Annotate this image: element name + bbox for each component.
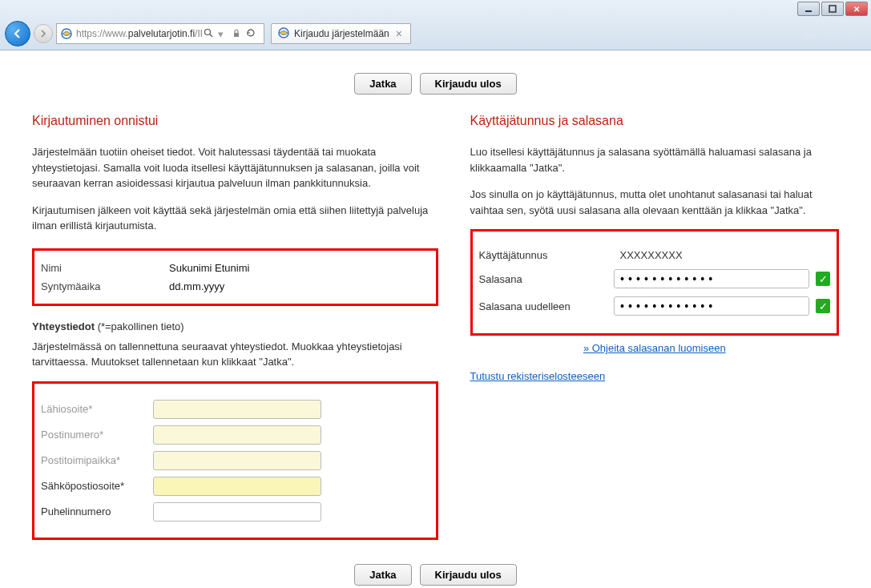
postcode-input[interactable] xyxy=(153,425,321,445)
password-help-link[interactable]: » Ohjeita salasanan luomiseen xyxy=(583,342,726,354)
refresh-icon[interactable] xyxy=(246,28,256,40)
home-icon[interactable] xyxy=(804,26,817,42)
password-help-row: » Ohjeita salasanan luomiseen xyxy=(470,342,839,354)
url-dropdown-icon[interactable]: ▾ xyxy=(215,28,227,40)
postcode-label: Postinumero* xyxy=(41,429,153,441)
left-column: Kirjautuminen onnistui Järjestelmään tuo… xyxy=(32,114,438,540)
address-bar[interactable]: https://www.palvelutarjotin.fi/IDF ▾ xyxy=(56,23,264,44)
credentials-para-1: Luo itsellesi käyttäjätunnus ja salasana… xyxy=(470,144,839,175)
tab-strip: Kirjaudu järjestelmään × xyxy=(271,23,411,44)
tab-close-button[interactable]: × xyxy=(394,27,404,40)
dob-value: dd.mm.yyyy xyxy=(169,280,224,292)
logout-button-bottom[interactable]: Kirjaudu ulos xyxy=(420,564,517,586)
email-label: Sähköpostiosoite* xyxy=(41,480,153,492)
svg-rect-1 xyxy=(829,6,836,12)
credentials-para-2: Jos sinulla on jo käyttäjätunnus, mutta … xyxy=(470,187,839,218)
password-valid-icon: ✓ xyxy=(816,272,830,286)
name-label: Nimi xyxy=(41,262,169,274)
username-label: Käyttäjätunnus xyxy=(479,249,607,261)
window-chrome: ✕ https://www.palvelutarjotin.fi/IDF ▾ xyxy=(0,0,871,50)
intro-paragraph-2: Kirjautumisen jälkeen voit käyttää sekä … xyxy=(32,203,438,234)
url-text: https://www.palvelutarjotin.fi/IDF xyxy=(76,28,202,39)
password2-input[interactable] xyxy=(614,296,809,316)
svg-rect-0 xyxy=(805,10,812,12)
phone-input[interactable] xyxy=(153,502,321,522)
right-column: Käyttäjätunnus ja salasana Luo itsellesi… xyxy=(470,114,839,540)
url-tools xyxy=(227,28,260,40)
dob-row: Syntymäaika dd.mm.yyyy xyxy=(41,277,429,296)
address-input[interactable] xyxy=(153,400,321,419)
svg-rect-5 xyxy=(234,33,239,37)
username-value: XXXXXXXXX xyxy=(614,249,683,261)
browser-nav-bar: https://www.palvelutarjotin.fi/IDF ▾ K xyxy=(0,18,871,50)
intro-paragraph-1: Järjestelmään tuotiin oheiset tiedot. Vo… xyxy=(32,144,438,191)
password-label: Salasana xyxy=(479,273,607,285)
ie-icon xyxy=(60,27,73,40)
svg-point-3 xyxy=(205,29,211,34)
lock-icon xyxy=(232,28,241,40)
bottom-button-row: Jatka Kirjaudu ulos xyxy=(32,564,839,586)
svg-point-7 xyxy=(850,30,854,34)
continue-button[interactable]: Jatka xyxy=(354,73,411,95)
top-button-row: Jatka Kirjaudu ulos xyxy=(32,73,839,95)
search-icon[interactable] xyxy=(202,28,215,40)
nav-forward-button[interactable] xyxy=(34,24,53,43)
ie-icon xyxy=(278,27,289,41)
phone-label: Puhelinnumero xyxy=(41,505,153,518)
logout-button[interactable]: Kirjaudu ulos xyxy=(420,73,517,95)
password2-label: Salasana uudelleen xyxy=(479,300,607,312)
window-minimize-button[interactable] xyxy=(797,2,820,16)
address-label: Lähiosoite* xyxy=(41,403,153,415)
credentials-box: Käyttäjätunnus XXXXXXXXX Salasana ✓ Sala… xyxy=(470,229,839,336)
window-close-button[interactable]: ✕ xyxy=(845,2,868,16)
window-controls: ✕ xyxy=(0,0,871,18)
name-value: Sukunimi Etunimi xyxy=(169,262,249,274)
city-input[interactable] xyxy=(153,451,321,470)
gear-icon[interactable] xyxy=(845,26,858,42)
contact-info-box: Lähiosoite* Postinumero* Postitoimipaikk… xyxy=(32,381,438,540)
privacy-link[interactable]: Tutustu rekisteriselosteeseen xyxy=(470,370,606,382)
city-label: Postitoimipaikka* xyxy=(41,454,153,466)
svg-line-4 xyxy=(210,34,212,37)
privacy-row: Tutustu rekisteriselosteeseen xyxy=(470,370,839,382)
personal-info-box: Nimi Sukunimi Etunimi Syntymäaika dd.mm.… xyxy=(32,248,438,306)
contact-description: Järjestelmässä on tallennettuna seuraava… xyxy=(32,339,438,370)
contact-heading: Yhteystiedot (*=pakollinen tieto) xyxy=(32,320,438,332)
tab-title: Kirjaudu järjestelmään xyxy=(294,28,389,39)
favorites-icon[interactable] xyxy=(825,26,837,42)
continue-button-bottom[interactable]: Jatka xyxy=(354,564,411,586)
page-content: Jatka Kirjaudu ulos Kirjautuminen onnist… xyxy=(0,50,871,588)
password2-valid-icon: ✓ xyxy=(816,299,830,313)
name-row: Nimi Sukunimi Etunimi xyxy=(41,259,429,277)
browser-tab[interactable]: Kirjaudu järjestelmään × xyxy=(271,23,411,44)
nav-back-button[interactable] xyxy=(5,21,30,46)
password-input[interactable] xyxy=(614,269,809,288)
dob-label: Syntymäaika xyxy=(41,280,169,292)
window-maximize-button[interactable] xyxy=(821,2,844,16)
browser-right-tools xyxy=(804,26,866,42)
credentials-heading: Käyttäjätunnus ja salasana xyxy=(470,114,839,128)
email-input[interactable] xyxy=(153,477,321,496)
login-success-heading: Kirjautuminen onnistui xyxy=(32,114,438,128)
